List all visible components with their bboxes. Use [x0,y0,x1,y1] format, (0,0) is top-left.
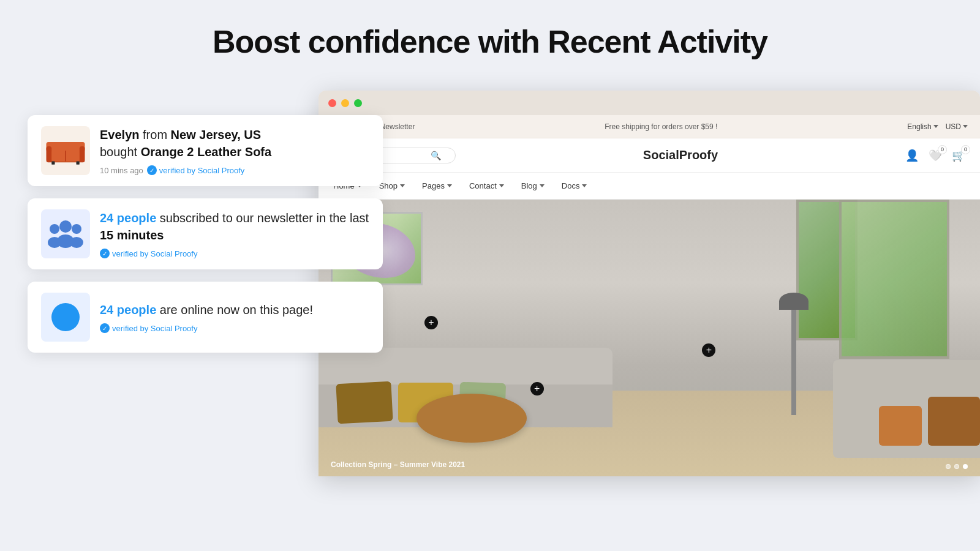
newsletter-title: 24 people subscribed to our newsletter i… [100,209,369,244]
floor-lamp-pole [791,305,796,415]
free-shipping-text: Free shipping for orders over $59 ! [427,122,895,131]
language-label: English [907,122,931,131]
nav-blog[interactable]: Blog [521,181,545,190]
store-header: 🔍 SocialProofy 👤 🤍 0 🛒 0 [318,138,980,173]
currency-chevron-icon [963,125,968,128]
nav-blog-chevron [540,184,545,187]
purchase-title: Evelyn from New Jersey, US bought Orange… [100,126,369,160]
cart-button[interactable]: 🛒 0 [952,149,965,162]
sofa-icon [44,135,87,167]
account-button[interactable]: 👤 [905,149,919,162]
check-icon-3: ✓ [100,323,110,333]
purchase-notification: Evelyn from New Jersey, US bought Orange… [28,115,383,186]
hero-dot-2[interactable] [954,464,959,469]
right-pillow-2 [879,406,922,446]
store-topbar: 🏪 Store ✉ Newsletter Free shipping for o… [318,115,980,138]
currency-label: USD [946,122,961,131]
wishlist-button[interactable]: 🤍 0 [929,149,942,162]
nav-pages[interactable]: Pages [422,181,452,190]
browser-dot-red[interactable] [328,99,336,107]
online-icon-wrap [41,293,90,342]
wishlist-badge: 0 [938,145,947,154]
browser-chrome [318,91,980,115]
collection-prefix: Collection [331,460,366,469]
online-verified: ✓ verified by Social Proofy [100,323,197,333]
svg-point-13 [70,237,83,248]
verified-text-3: verified by Social Proofy [112,324,197,333]
page-title: Boost confidence with Recent Activity [0,0,980,60]
svg-rect-6 [51,162,55,165]
nav-shop-chevron [400,184,405,187]
check-icon-2: ✓ [100,249,110,258]
hero-dot-1[interactable] [946,464,951,469]
svg-rect-3 [80,146,85,162]
coffee-table [417,394,527,443]
nav-docs-chevron [582,184,587,187]
verified-text-2: verified by Social Proofy [112,249,197,258]
product-name: Orange 2 Leather Sofa [141,145,271,159]
notifications-area: Evelyn from New Jersey, US bought Orange… [28,115,383,353]
newsletter-meta: ✓ verified by Social Proofy [100,249,369,258]
cart-badge: 0 [961,145,970,154]
store-nav: Home Shop Pages Contact Blog Docs [318,173,980,200]
hero-dots [946,464,968,469]
online-title: 24 people are online now on this page! [100,301,369,318]
sofa-back [318,348,612,384]
newsletter-label: Newsletter [380,122,415,131]
verified-text: verified by Social Proofy [159,166,244,175]
nav-contact-chevron [499,184,504,187]
nav-shop[interactable]: Shop [379,181,405,190]
right-pillow-1 [928,397,980,446]
store-logo[interactable]: SocialProofy [456,148,905,162]
pillow-1 [336,381,393,424]
purchase-time: 10 mins ago [100,166,143,175]
purchase-verified: ✓ verified by Social Proofy [147,165,244,175]
collection-name: Spring – Summer Vibe 2021 [368,460,465,469]
window-right [839,200,949,359]
hero-dot-3[interactable] [963,464,968,469]
right-sofa [833,360,980,458]
svg-point-8 [59,220,72,233]
online-meta: ✓ verified by Social Proofy [100,323,369,333]
room-photo: + + + Collection Spring – Summer Vibe 20… [318,200,980,476]
svg-rect-1 [47,142,85,152]
nav-pages-chevron [447,184,452,187]
nav-docs[interactable]: Docs [562,181,587,190]
product-icon-wrap [41,126,90,175]
online-notification: 24 people are online now on this page! ✓… [28,282,383,353]
lang-usd-group: English USD [907,122,968,131]
svg-point-11 [48,237,61,248]
svg-point-10 [50,224,59,234]
hotspot-3[interactable]: + [530,382,544,395]
svg-rect-7 [77,162,80,165]
browser-window: 🏪 Store ✉ Newsletter Free shipping for o… [318,91,980,476]
svg-point-12 [72,224,81,234]
newsletter-content: 24 people subscribed to our newsletter i… [100,209,369,258]
floor-lamp-head [779,293,809,310]
search-icon: 🔍 [431,151,441,160]
purchase-content: Evelyn from New Jersey, US bought Orange… [100,126,369,175]
online-content: 24 people are online now on this page! ✓… [100,301,369,333]
people-icon-wrap [41,209,90,258]
buyer-location: New Jersey, US [171,128,262,141]
newsletter-count: 24 people [100,211,156,225]
browser-dot-green[interactable] [354,99,362,107]
hotspot-1[interactable]: + [424,316,438,329]
buyer-name: Evelyn [100,128,139,141]
svg-rect-2 [47,146,52,162]
online-count: 24 people [100,303,156,317]
hero-area: + + + Collection Spring – Summer Vibe 20… [318,200,980,476]
language-button[interactable]: English [907,122,938,131]
store-icons: 👤 🤍 0 🛒 0 [905,149,965,162]
hero-collection-label: Collection Spring – Summer Vibe 2021 [331,460,465,469]
browser-dot-yellow[interactable] [341,99,349,107]
newsletter-notification: 24 people subscribed to our newsletter i… [28,198,383,269]
hotspot-2[interactable]: + [702,343,715,357]
language-chevron-icon [933,125,938,128]
newsletter-verified: ✓ verified by Social Proofy [100,249,197,258]
check-icon: ✓ [147,165,157,175]
currency-button[interactable]: USD [946,122,968,131]
purchase-meta: 10 mins ago ✓ verified by Social Proofy [100,165,369,175]
online-dot-icon [51,303,80,331]
nav-contact[interactable]: Contact [469,181,504,190]
